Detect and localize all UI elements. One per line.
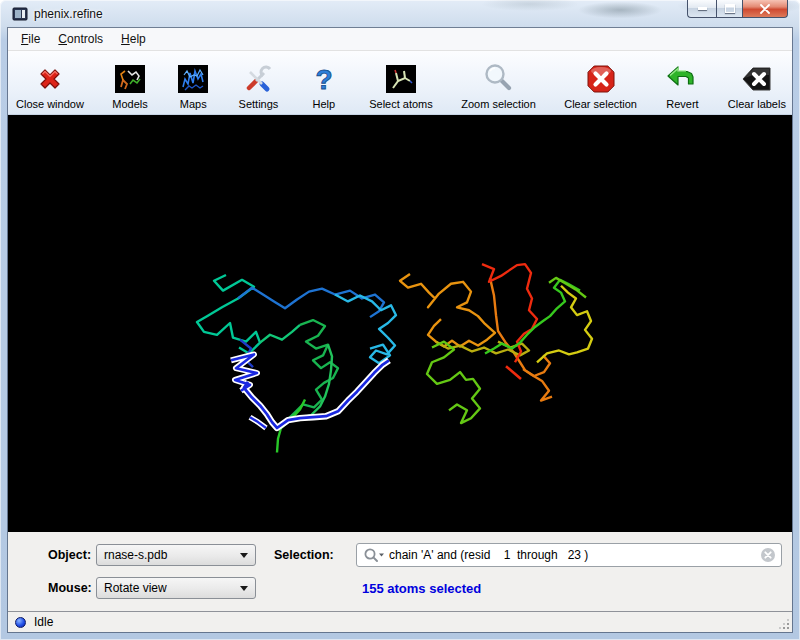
resize-grip[interactable] xyxy=(778,618,791,631)
svg-text:?: ? xyxy=(315,64,332,95)
help-icon: ? xyxy=(307,59,341,98)
atoms-selected-count: 155 atoms selected xyxy=(356,581,782,596)
selection-input[interactable] xyxy=(385,548,760,562)
toolbar: Close window Models xyxy=(8,51,792,115)
tool-help[interactable]: ? Help xyxy=(307,59,341,111)
molecule-viewport[interactable] xyxy=(8,115,792,532)
selection-searchbox xyxy=(356,543,782,567)
maximize-button[interactable] xyxy=(716,0,743,18)
menu-controls[interactable]: Controls xyxy=(49,29,112,49)
window-title: phenix.refine xyxy=(34,7,103,21)
tool-label: Select atoms xyxy=(369,98,433,111)
models-icon xyxy=(113,59,147,98)
selection-label: Selection: xyxy=(258,548,356,562)
tool-close-window[interactable]: Close window xyxy=(16,59,84,111)
mouse-dropdown[interactable]: Rotate view xyxy=(96,577,256,599)
tool-label: Clear selection xyxy=(564,98,637,111)
tool-label: Help xyxy=(312,98,335,111)
chevron-down-icon xyxy=(240,586,248,591)
menu-help[interactable]: Help xyxy=(112,29,155,49)
minimize-icon xyxy=(698,7,707,10)
select-atoms-icon xyxy=(384,59,418,98)
window-controls xyxy=(687,0,788,18)
clear-labels-icon xyxy=(740,59,774,98)
chevron-down-icon xyxy=(240,553,248,558)
tool-label: Clear labels xyxy=(728,98,786,111)
app-icon xyxy=(12,6,28,22)
object-dropdown[interactable]: rnase-s.pdb xyxy=(96,544,256,566)
settings-icon xyxy=(241,59,275,98)
close-window-icon xyxy=(33,59,67,98)
tool-label: Settings xyxy=(239,98,279,111)
close-icon xyxy=(759,4,771,14)
tool-label: Zoom selection xyxy=(461,98,536,111)
status-text: Idle xyxy=(34,615,53,629)
title-bar[interactable]: phenix.refine xyxy=(0,0,800,28)
clear-selection-icon xyxy=(584,59,618,98)
tool-clear-selection[interactable]: Clear selection xyxy=(564,59,637,111)
tool-revert[interactable]: Revert xyxy=(665,59,699,111)
minimize-button[interactable] xyxy=(687,0,716,18)
clear-search-icon[interactable] xyxy=(760,547,776,563)
menu-file[interactable]: File xyxy=(12,29,49,49)
tool-zoom-selection[interactable]: Zoom selection xyxy=(461,59,536,111)
status-indicator-icon xyxy=(15,617,26,628)
maps-icon xyxy=(176,59,210,98)
revert-icon xyxy=(665,59,699,98)
tool-label: Models xyxy=(112,98,147,111)
tool-models[interactable]: Models xyxy=(112,59,147,111)
object-label: Object: xyxy=(48,548,96,562)
tool-select-atoms[interactable]: Select atoms xyxy=(369,59,433,111)
object-dropdown-value: rnase-s.pdb xyxy=(104,548,167,562)
molecule-render xyxy=(8,115,792,532)
phenix-refine-window: phenix.refine File Controls Help xyxy=(0,0,800,640)
zoom-selection-icon xyxy=(482,59,516,98)
tool-label: Maps xyxy=(180,98,207,111)
control-panel: Object: rnase-s.pdb Selection: Mouse: xyxy=(8,532,792,611)
menu-bar: File Controls Help xyxy=(8,28,792,51)
mouse-dropdown-value: Rotate view xyxy=(104,581,167,595)
client-area: File Controls Help Close window xyxy=(8,28,792,632)
close-button[interactable] xyxy=(743,0,788,18)
status-bar: Idle xyxy=(8,611,792,632)
mouse-label: Mouse: xyxy=(48,581,96,595)
tool-clear-labels[interactable]: Clear labels xyxy=(728,59,786,111)
tool-maps[interactable]: Maps xyxy=(176,59,210,111)
tool-settings[interactable]: Settings xyxy=(239,59,279,111)
maximize-icon xyxy=(725,4,735,13)
tool-label: Close window xyxy=(16,98,84,111)
tool-label: Revert xyxy=(666,98,698,111)
search-icon[interactable] xyxy=(363,547,385,563)
